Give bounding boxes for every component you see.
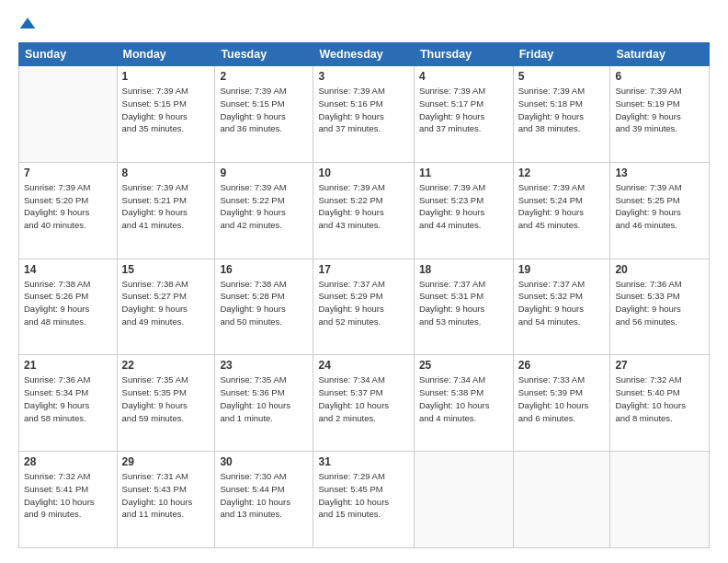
calendar-table: Sunday Monday Tuesday Wednesday Thursday… bbox=[18, 42, 710, 548]
calendar-cell: 1Sunrise: 7:39 AM Sunset: 5:15 PM Daylig… bbox=[117, 66, 215, 163]
day-number: 4 bbox=[419, 70, 508, 83]
day-number: 29 bbox=[122, 455, 210, 468]
calendar-cell: 28Sunrise: 7:32 AM Sunset: 5:41 PM Dayli… bbox=[19, 452, 118, 548]
day-info: Sunrise: 7:39 AM Sunset: 5:25 PM Dayligh… bbox=[615, 181, 704, 232]
day-info: Sunrise: 7:38 AM Sunset: 5:28 PM Dayligh… bbox=[220, 278, 308, 328]
header-sunday: Sunday bbox=[19, 43, 118, 66]
day-info: Sunrise: 7:39 AM Sunset: 5:18 PM Dayligh… bbox=[518, 85, 606, 135]
calendar-cell: 27Sunrise: 7:32 AM Sunset: 5:40 PM Dayli… bbox=[610, 355, 710, 452]
calendar-cell: 14Sunrise: 7:38 AM Sunset: 5:26 PM Dayli… bbox=[19, 259, 118, 355]
header-saturday: Saturday bbox=[610, 43, 710, 66]
header-friday: Friday bbox=[513, 43, 610, 66]
day-number: 17 bbox=[318, 263, 408, 276]
header-thursday: Thursday bbox=[414, 43, 513, 66]
week-row-1: 1Sunrise: 7:39 AM Sunset: 5:15 PM Daylig… bbox=[19, 66, 710, 163]
calendar-cell: 29Sunrise: 7:31 AM Sunset: 5:43 PM Dayli… bbox=[117, 452, 215, 548]
calendar-cell: 31Sunrise: 7:29 AM Sunset: 5:45 PM Dayli… bbox=[313, 452, 414, 548]
day-number: 10 bbox=[318, 167, 408, 179]
calendar-cell: 17Sunrise: 7:37 AM Sunset: 5:29 PM Dayli… bbox=[313, 259, 414, 355]
day-info: Sunrise: 7:32 AM Sunset: 5:41 PM Dayligh… bbox=[24, 470, 112, 521]
day-number: 3 bbox=[318, 70, 408, 83]
calendar-cell: 12Sunrise: 7:39 AM Sunset: 5:24 PM Dayli… bbox=[513, 162, 610, 259]
day-info: Sunrise: 7:39 AM Sunset: 5:15 PM Dayligh… bbox=[122, 85, 210, 135]
calendar-cell: 15Sunrise: 7:38 AM Sunset: 5:27 PM Dayli… bbox=[117, 259, 215, 355]
day-number: 20 bbox=[615, 263, 704, 276]
calendar-cell: 22Sunrise: 7:35 AM Sunset: 5:35 PM Dayli… bbox=[117, 355, 215, 452]
header-tuesday: Tuesday bbox=[215, 43, 313, 66]
day-number: 26 bbox=[518, 359, 606, 372]
calendar-cell: 10Sunrise: 7:39 AM Sunset: 5:22 PM Dayli… bbox=[313, 162, 414, 259]
header bbox=[18, 15, 710, 33]
day-info: Sunrise: 7:30 AM Sunset: 5:44 PM Dayligh… bbox=[220, 470, 308, 521]
day-number: 22 bbox=[122, 359, 210, 372]
day-number: 12 bbox=[518, 167, 606, 179]
day-info: Sunrise: 7:39 AM Sunset: 5:20 PM Dayligh… bbox=[24, 181, 112, 232]
calendar-cell bbox=[19, 66, 118, 163]
calendar-cell: 16Sunrise: 7:38 AM Sunset: 5:28 PM Dayli… bbox=[215, 259, 313, 355]
weekday-header-row: Sunday Monday Tuesday Wednesday Thursday… bbox=[19, 43, 710, 66]
day-number: 14 bbox=[24, 263, 112, 276]
calendar-cell: 24Sunrise: 7:34 AM Sunset: 5:37 PM Dayli… bbox=[313, 355, 414, 452]
calendar-cell: 18Sunrise: 7:37 AM Sunset: 5:31 PM Dayli… bbox=[414, 259, 513, 355]
day-number: 27 bbox=[615, 359, 704, 372]
day-number: 25 bbox=[419, 359, 508, 372]
day-number: 11 bbox=[419, 167, 508, 179]
calendar-cell: 2Sunrise: 7:39 AM Sunset: 5:15 PM Daylig… bbox=[215, 66, 313, 163]
day-info: Sunrise: 7:39 AM Sunset: 5:17 PM Dayligh… bbox=[419, 85, 508, 135]
calendar-cell: 20Sunrise: 7:36 AM Sunset: 5:33 PM Dayli… bbox=[610, 259, 710, 355]
day-info: Sunrise: 7:39 AM Sunset: 5:23 PM Dayligh… bbox=[419, 181, 508, 232]
day-info: Sunrise: 7:39 AM Sunset: 5:15 PM Dayligh… bbox=[220, 85, 308, 135]
week-row-4: 21Sunrise: 7:36 AM Sunset: 5:34 PM Dayli… bbox=[19, 355, 710, 452]
week-row-2: 7Sunrise: 7:39 AM Sunset: 5:20 PM Daylig… bbox=[19, 162, 710, 259]
calendar-cell: 21Sunrise: 7:36 AM Sunset: 5:34 PM Dayli… bbox=[19, 355, 118, 452]
day-info: Sunrise: 7:39 AM Sunset: 5:16 PM Dayligh… bbox=[318, 85, 408, 135]
calendar-cell: 4Sunrise: 7:39 AM Sunset: 5:17 PM Daylig… bbox=[414, 66, 513, 163]
day-number: 21 bbox=[24, 359, 112, 372]
day-number: 13 bbox=[615, 167, 704, 179]
day-info: Sunrise: 7:33 AM Sunset: 5:39 PM Dayligh… bbox=[518, 373, 606, 424]
day-info: Sunrise: 7:36 AM Sunset: 5:33 PM Dayligh… bbox=[615, 278, 704, 328]
day-info: Sunrise: 7:39 AM Sunset: 5:22 PM Dayligh… bbox=[220, 181, 308, 232]
svg-marker-0 bbox=[20, 17, 36, 29]
calendar-cell: 5Sunrise: 7:39 AM Sunset: 5:18 PM Daylig… bbox=[513, 66, 610, 163]
day-number: 1 bbox=[122, 70, 210, 83]
calendar-cell: 23Sunrise: 7:35 AM Sunset: 5:36 PM Dayli… bbox=[215, 355, 313, 452]
day-info: Sunrise: 7:36 AM Sunset: 5:34 PM Dayligh… bbox=[24, 373, 112, 424]
day-number: 9 bbox=[220, 167, 308, 179]
calendar-cell: 30Sunrise: 7:30 AM Sunset: 5:44 PM Dayli… bbox=[215, 452, 313, 548]
day-info: Sunrise: 7:34 AM Sunset: 5:37 PM Dayligh… bbox=[318, 373, 408, 424]
day-number: 18 bbox=[419, 263, 508, 276]
day-info: Sunrise: 7:39 AM Sunset: 5:19 PM Dayligh… bbox=[615, 85, 704, 135]
day-number: 30 bbox=[220, 455, 308, 468]
day-number: 28 bbox=[24, 455, 112, 468]
page: Sunday Monday Tuesday Wednesday Thursday… bbox=[0, 0, 728, 563]
calendar-cell: 19Sunrise: 7:37 AM Sunset: 5:32 PM Dayli… bbox=[513, 259, 610, 355]
calendar-cell bbox=[513, 452, 610, 548]
calendar-cell: 3Sunrise: 7:39 AM Sunset: 5:16 PM Daylig… bbox=[313, 66, 414, 163]
day-info: Sunrise: 7:39 AM Sunset: 5:21 PM Dayligh… bbox=[122, 181, 210, 232]
calendar-cell: 9Sunrise: 7:39 AM Sunset: 5:22 PM Daylig… bbox=[215, 162, 313, 259]
week-row-3: 14Sunrise: 7:38 AM Sunset: 5:26 PM Dayli… bbox=[19, 259, 710, 355]
calendar-cell: 6Sunrise: 7:39 AM Sunset: 5:19 PM Daylig… bbox=[610, 66, 710, 163]
logo-icon bbox=[18, 15, 37, 33]
day-info: Sunrise: 7:29 AM Sunset: 5:45 PM Dayligh… bbox=[318, 470, 408, 521]
day-info: Sunrise: 7:39 AM Sunset: 5:24 PM Dayligh… bbox=[518, 181, 606, 232]
header-wednesday: Wednesday bbox=[313, 43, 414, 66]
day-info: Sunrise: 7:38 AM Sunset: 5:27 PM Dayligh… bbox=[122, 278, 210, 328]
day-info: Sunrise: 7:39 AM Sunset: 5:22 PM Dayligh… bbox=[318, 181, 408, 232]
calendar-cell: 7Sunrise: 7:39 AM Sunset: 5:20 PM Daylig… bbox=[19, 162, 118, 259]
calendar-cell: 13Sunrise: 7:39 AM Sunset: 5:25 PM Dayli… bbox=[610, 162, 710, 259]
calendar-cell: 26Sunrise: 7:33 AM Sunset: 5:39 PM Dayli… bbox=[513, 355, 610, 452]
day-number: 24 bbox=[318, 359, 408, 372]
day-info: Sunrise: 7:37 AM Sunset: 5:32 PM Dayligh… bbox=[518, 278, 606, 328]
day-number: 19 bbox=[518, 263, 606, 276]
week-row-5: 28Sunrise: 7:32 AM Sunset: 5:41 PM Dayli… bbox=[19, 452, 710, 548]
day-number: 2 bbox=[220, 70, 308, 83]
day-number: 7 bbox=[24, 167, 112, 179]
day-info: Sunrise: 7:34 AM Sunset: 5:38 PM Dayligh… bbox=[419, 373, 508, 424]
day-info: Sunrise: 7:37 AM Sunset: 5:31 PM Dayligh… bbox=[419, 278, 508, 328]
calendar-cell: 25Sunrise: 7:34 AM Sunset: 5:38 PM Dayli… bbox=[414, 355, 513, 452]
calendar-cell bbox=[414, 452, 513, 548]
day-info: Sunrise: 7:35 AM Sunset: 5:36 PM Dayligh… bbox=[220, 373, 308, 424]
header-monday: Monday bbox=[117, 43, 215, 66]
